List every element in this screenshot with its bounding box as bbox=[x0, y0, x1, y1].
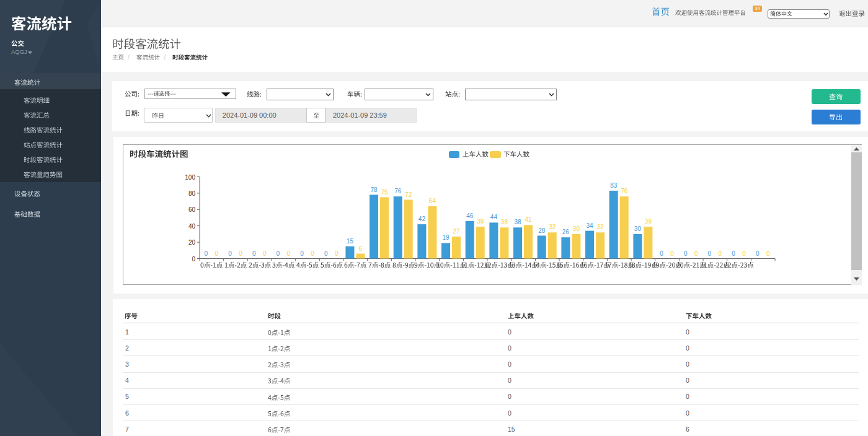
svg-text:100: 100 bbox=[185, 174, 195, 181]
svg-text:38: 38 bbox=[514, 219, 521, 225]
svg-text:0: 0 bbox=[684, 250, 688, 257]
svg-text:60: 60 bbox=[188, 206, 196, 213]
svg-text:20: 20 bbox=[188, 239, 196, 246]
svg-text:32: 32 bbox=[549, 224, 556, 230]
svg-text:0: 0 bbox=[287, 250, 291, 257]
svg-text:0: 0 bbox=[660, 250, 663, 257]
svg-text:28: 28 bbox=[538, 227, 546, 234]
svg-text:46: 46 bbox=[466, 212, 474, 219]
svg-text:76: 76 bbox=[394, 188, 402, 194]
svg-text:0: 0 bbox=[300, 250, 304, 257]
svg-text:26: 26 bbox=[562, 229, 570, 235]
svg-text:39: 39 bbox=[477, 218, 484, 225]
svg-text:44: 44 bbox=[490, 214, 498, 220]
svg-text:0: 0 bbox=[192, 256, 195, 263]
svg-text:30: 30 bbox=[573, 225, 580, 232]
svg-text:0: 0 bbox=[205, 250, 208, 257]
svg-text:78: 78 bbox=[370, 186, 378, 193]
svg-text:15: 15 bbox=[347, 238, 354, 245]
svg-text:0: 0 bbox=[263, 250, 267, 257]
svg-text:40: 40 bbox=[188, 223, 196, 230]
svg-text:0: 0 bbox=[239, 250, 242, 257]
svg-text:0: 0 bbox=[694, 250, 698, 257]
svg-text:34: 34 bbox=[587, 222, 594, 229]
svg-text:41: 41 bbox=[525, 216, 532, 223]
svg-text:0: 0 bbox=[756, 250, 760, 257]
svg-text:72: 72 bbox=[405, 191, 412, 198]
svg-text:83: 83 bbox=[610, 182, 618, 189]
svg-text:42: 42 bbox=[418, 216, 426, 222]
svg-text:0: 0 bbox=[324, 250, 328, 257]
svg-text:0: 0 bbox=[732, 250, 735, 257]
svg-text:0: 0 bbox=[670, 250, 674, 257]
svg-text:19: 19 bbox=[442, 234, 450, 241]
svg-text:76: 76 bbox=[621, 188, 628, 194]
svg-text:0: 0 bbox=[228, 250, 232, 257]
svg-text:32: 32 bbox=[597, 224, 604, 230]
svg-text:39: 39 bbox=[645, 218, 652, 225]
svg-text:30: 30 bbox=[634, 225, 642, 232]
svg-text:0: 0 bbox=[252, 250, 256, 257]
svg-text:80: 80 bbox=[188, 190, 196, 197]
svg-text:0: 0 bbox=[708, 250, 712, 257]
svg-text:0: 0 bbox=[215, 250, 219, 257]
svg-text:0: 0 bbox=[742, 250, 746, 257]
svg-text:0: 0 bbox=[766, 250, 770, 257]
svg-text:6: 6 bbox=[359, 245, 363, 252]
svg-text:75: 75 bbox=[381, 189, 388, 196]
svg-text:0: 0 bbox=[719, 250, 722, 257]
svg-text:27: 27 bbox=[453, 228, 460, 235]
svg-text:0: 0 bbox=[335, 250, 339, 257]
svg-text:38: 38 bbox=[501, 219, 508, 225]
svg-text:0: 0 bbox=[277, 250, 280, 257]
svg-text:0: 0 bbox=[311, 250, 314, 257]
svg-text:64: 64 bbox=[429, 198, 436, 204]
